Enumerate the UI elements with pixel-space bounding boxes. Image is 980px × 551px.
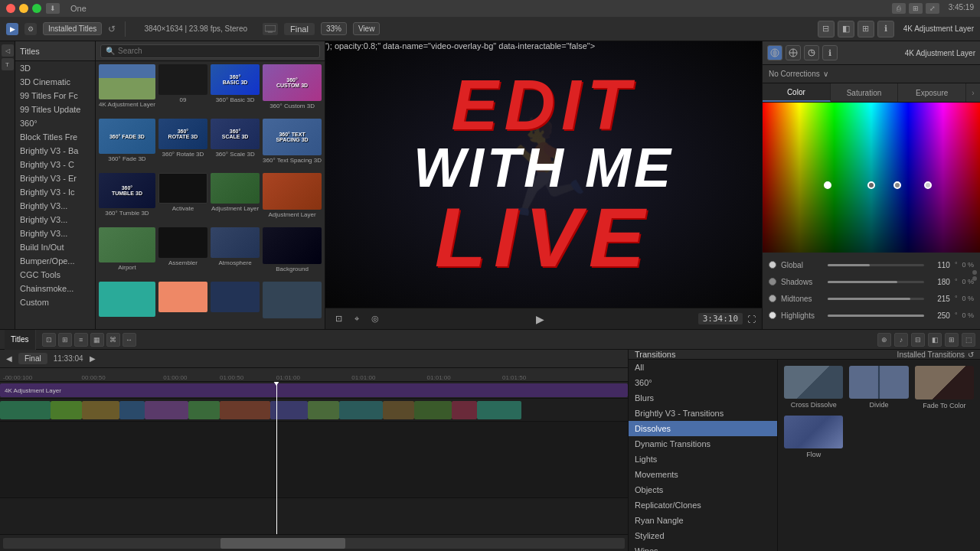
tab-titles-bottom[interactable]: Titles [5,330,36,350]
thumb-item-4[interactable]: 360° FADE 3D 360° Fade 3D [99,119,155,170]
title-item-9[interactable]: Brightly V3 - Ic [15,185,95,199]
titlebar-icon-share[interactable]: ⎙ [892,3,906,14]
info-icon[interactable]: ℹ [822,45,838,60]
title-item-4[interactable]: 360° [15,116,95,130]
nav-back[interactable]: ◀ [6,354,12,363]
left-icon-arrow[interactable]: ◁ [2,44,14,57]
thumb-item-10[interactable]: Adjustment Layer [211,173,260,224]
clip-13[interactable] [452,401,477,419]
minimize-button[interactable] [19,4,28,13]
panel-icon-2[interactable]: ◧ [838,21,854,37]
title-item-10[interactable]: Brightly V3... [15,199,95,213]
thumb-item-1[interactable]: 09 [158,64,207,116]
panel-icon-1[interactable]: ⊟ [818,21,835,37]
clip-10[interactable] [339,401,383,419]
thumb-item-17[interactable] [158,282,207,326]
close-button[interactable] [6,4,15,13]
thumb-item-19[interactable] [263,282,322,326]
clip-5[interactable] [145,401,188,419]
trans-category-6[interactable]: Lights [629,452,777,467]
title-item-17[interactable]: Custom [15,295,95,309]
wheel-dot-midtones[interactable] [893,181,901,189]
clip-3[interactable] [82,401,119,419]
clip-6[interactable] [188,401,220,419]
crop-btn[interactable]: ⊡ [332,314,345,324]
title-item-16[interactable]: Chainsmoke... [15,282,95,295]
nav-icon[interactable]: ⚙ [24,23,37,35]
clip-2[interactable] [51,401,82,419]
thumb-item-6[interactable]: 360° SCALE 3D 360° Scale 3D [211,119,260,170]
trans-thumb-1[interactable]: Divide [849,366,908,409]
thumb-item-0[interactable]: 4K Adjustment Layer [99,64,155,116]
adj-layer-clip[interactable]: 4K Adjustment Layer [0,383,628,397]
wheel-dot-global[interactable] [824,181,831,189]
title-item-1[interactable]: 3D Cinematic [15,75,95,89]
title-item-6[interactable]: Brightly V3 - Ba [15,144,95,158]
clip-1[interactable] [0,401,51,419]
title-item-11[interactable]: Brightly V3... [15,213,95,227]
view-button[interactable]: View [353,22,381,35]
playhead[interactable] [276,382,277,534]
clip-12[interactable] [414,401,452,419]
transitions-refresh[interactable]: ↺ [968,350,974,359]
title-item-12[interactable]: Brightly V3... [15,227,95,240]
clip-7[interactable] [220,401,270,419]
expand-btn[interactable]: › [966,83,980,102]
slider-track-1[interactable] [828,281,924,283]
slider-track-0[interactable] [828,264,924,266]
title-item-14[interactable]: Bumper/Ope... [15,254,95,268]
timeline-tool-5[interactable]: ⌘ [106,333,120,347]
title-item-13[interactable]: Build In/Out [15,240,95,254]
tab-saturation[interactable]: Saturation [831,83,899,102]
tab-color[interactable]: Color [763,83,831,102]
panel-icon-3[interactable]: ⊞ [858,21,874,37]
timeline-right-3[interactable]: ⊟ [911,333,925,347]
thumb-item-2[interactable]: 360° BASIC 3D 360° Basic 3D [211,64,260,116]
trans-thumb-3[interactable]: Flow [784,416,843,458]
thumb-item-3[interactable]: 360° CUSTOM 3D 360° Custom 3D [263,64,322,116]
thumb-item-11[interactable]: Adjustment Layer [263,173,322,224]
thumb-item-7[interactable]: 360° TEXT SPACING 3D 360° Text Spacing 3… [263,119,322,170]
thumb-item-9[interactable]: Activate [158,173,207,224]
title-item-15[interactable]: CGC Tools [15,268,95,282]
trans-category-7[interactable]: Movements [629,467,777,482]
color-tool-icon[interactable] [767,45,782,60]
timeline-scrollbar[interactable] [3,538,625,549]
clip-11[interactable] [383,401,414,419]
title-item-2[interactable]: 99 Titles For Fc [15,89,95,103]
timeline-scrollbar-thumb[interactable] [220,538,345,549]
corrections-dropdown[interactable]: ∨ [823,70,828,78]
trans-category-12[interactable]: Wipes [629,543,777,551]
exposure-icon[interactable] [804,45,819,60]
panel-icon-4[interactable]: ℹ [877,21,894,37]
trans-category-11[interactable]: Stylized [629,528,777,543]
tab-exposure[interactable]: Exposure [898,83,966,102]
timeline-right-1[interactable]: ⊕ [877,333,891,347]
play-btn[interactable]: ▶ [533,313,547,325]
trans-category-9[interactable]: Replicator/Clones [629,497,777,513]
wheel-dot-shadows[interactable] [867,181,875,189]
trans-category-2[interactable]: Blurs [629,390,777,406]
titlebar-icon-grid[interactable]: ⊞ [909,3,923,14]
timeline-tool-6[interactable]: ↔ [122,333,136,347]
trans-category-4[interactable]: Dissolves [629,421,777,436]
zoom-button[interactable]: 33% [321,22,347,35]
titlebar-icon-download[interactable]: ⬇ [46,3,60,14]
timeline-tool-2[interactable]: ⊞ [58,333,72,347]
timeline-right-4[interactable]: ◧ [928,333,942,347]
clip-9[interactable] [308,401,339,419]
thumb-item-5[interactable]: 360° ROTATE 3D 360° Rotate 3D [158,119,207,170]
timeline-right-5[interactable]: ⊞ [945,333,959,347]
fullscreen-btn[interactable]: ⛶ [747,315,756,324]
color-wheel-icon[interactable] [786,45,801,60]
thumb-item-13[interactable]: Assembler [158,227,207,279]
refresh-icon[interactable]: ↺ [108,24,116,34]
timeline-tool-1[interactable]: ⊡ [42,333,56,347]
clip-4[interactable] [119,401,145,419]
slider-track-3[interactable] [828,315,924,317]
trans-thumb-2[interactable]: Fade To Color [915,366,974,409]
title-item-7[interactable]: Brightly V3 - C [15,158,95,171]
timeline-tool-3[interactable]: ≡ [74,333,88,347]
trans-category-8[interactable]: Objects [629,482,777,497]
wheel-dot-highlights[interactable] [924,181,932,189]
